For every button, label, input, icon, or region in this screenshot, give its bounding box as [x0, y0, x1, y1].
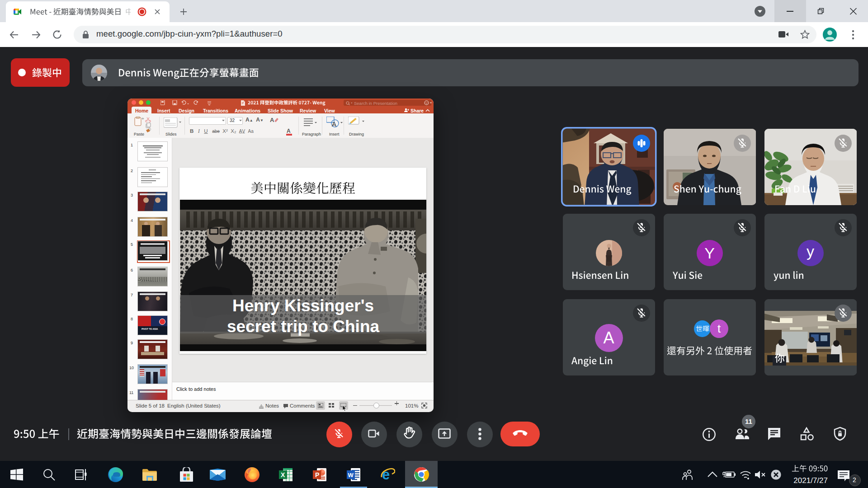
svg-text:X: X: [281, 471, 285, 479]
svg-text:P: P: [242, 102, 244, 105]
svg-text:A: A: [270, 117, 274, 123]
svg-text:W: W: [348, 472, 354, 479]
svg-text:A: A: [332, 120, 336, 128]
svg-text:P: P: [315, 471, 319, 479]
